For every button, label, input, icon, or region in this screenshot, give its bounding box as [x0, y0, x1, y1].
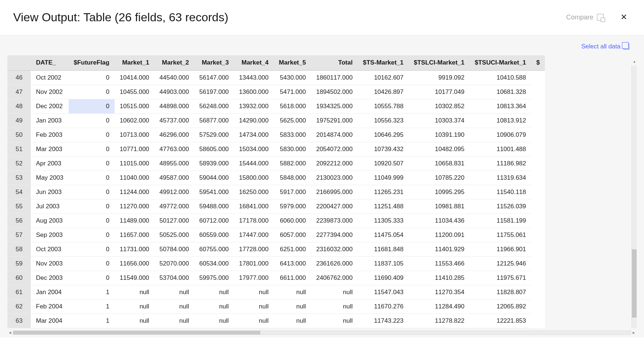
- data-cell[interactable]: 11001.488: [470, 142, 531, 157]
- data-cell[interactable]: 11657.000: [115, 228, 154, 242]
- data-cell[interactable]: Jan 2004: [31, 285, 69, 300]
- data-cell[interactable]: null: [115, 314, 154, 328]
- data-cell[interactable]: 2092212.000: [311, 157, 358, 171]
- data-cell[interactable]: 49772.000: [154, 200, 194, 214]
- data-cell[interactable]: 1860117.000: [311, 70, 358, 85]
- data-cell[interactable]: 16250.000: [234, 185, 274, 200]
- data-cell[interactable]: 10646.295: [358, 128, 409, 142]
- data-cell[interactable]: 2316032.000: [311, 242, 358, 257]
- data-cell[interactable]: 5625.000: [274, 114, 311, 128]
- data-cell[interactable]: 12065.892: [470, 300, 531, 314]
- data-cell[interactable]: 59541.000: [194, 185, 234, 200]
- table-row[interactable]: 50Feb 2003010713.00046296.00057529.00014…: [7, 128, 545, 142]
- data-cell[interactable]: 5848.000: [274, 171, 311, 185]
- data-cell[interactable]: 56197.000: [194, 85, 234, 99]
- data-cell[interactable]: 2361626.000: [311, 257, 358, 271]
- data-cell[interactable]: 5833.000: [274, 128, 311, 142]
- data-cell[interactable]: 2406762.000: [311, 271, 358, 285]
- data-cell[interactable]: 10303.374: [409, 114, 470, 128]
- data-cell[interactable]: 59488.000: [194, 200, 234, 214]
- column-header[interactable]: $TSLCI-Market_1: [409, 55, 470, 70]
- column-header[interactable]: Total: [311, 55, 358, 70]
- data-cell[interactable]: 11731.000: [115, 242, 154, 257]
- row-number-header[interactable]: [7, 55, 31, 70]
- data-cell[interactable]: 52070.000: [154, 257, 194, 271]
- data-cell[interactable]: 44903.000: [154, 85, 194, 99]
- data-cell[interactable]: 11319.634: [470, 171, 531, 185]
- data-cell[interactable]: Feb 2003: [31, 128, 69, 142]
- data-cell[interactable]: 6060.000: [274, 214, 311, 228]
- table-row[interactable]: 59Nov 2003011656.00052070.00060534.00017…: [7, 257, 545, 271]
- data-cell[interactable]: 5618.000: [274, 99, 311, 114]
- table-row[interactable]: 49Jan 2003010602.00045737.00056877.00014…: [7, 114, 545, 128]
- data-cell[interactable]: May 2003: [31, 171, 69, 185]
- data-cell[interactable]: 2166995.000: [311, 185, 358, 200]
- data-cell[interactable]: null: [115, 300, 154, 314]
- row-number-cell[interactable]: 63: [7, 314, 31, 328]
- data-cell[interactable]: 10906.079: [470, 128, 531, 142]
- data-cell[interactable]: Jan 2003: [31, 114, 69, 128]
- horizontal-scroll-thumb[interactable]: [13, 331, 260, 334]
- scroll-left-arrow-icon[interactable]: ◂: [7, 330, 13, 335]
- data-cell[interactable]: 0: [69, 142, 115, 157]
- data-cell[interactable]: 1: [69, 300, 115, 314]
- data-cell[interactable]: 11284.490: [409, 300, 470, 314]
- data-cell[interactable]: 10771.000: [115, 142, 154, 157]
- data-cell[interactable]: 11755.061: [470, 228, 531, 242]
- table-row[interactable]: 58Oct 2003011731.00050784.00060755.00017…: [7, 242, 545, 257]
- data-cell[interactable]: 15444.000: [234, 157, 274, 171]
- data-cell[interactable]: 11581.199: [470, 214, 531, 228]
- data-cell[interactable]: 60755.000: [194, 242, 234, 257]
- data-cell[interactable]: null: [274, 285, 311, 300]
- data-cell[interactable]: 11489.000: [115, 214, 154, 228]
- table-row[interactable]: 55Jul 2003011270.00049772.00059488.00016…: [7, 200, 545, 214]
- data-cell[interactable]: 56147.000: [194, 70, 234, 85]
- data-cell[interactable]: 10162.607: [358, 70, 409, 85]
- data-cell[interactable]: 1975291.000: [311, 114, 358, 128]
- row-number-cell[interactable]: 56: [7, 214, 31, 228]
- data-cell[interactable]: 13932.000: [234, 99, 274, 114]
- scroll-up-arrow-icon[interactable]: ▴: [632, 59, 637, 64]
- data-cell[interactable]: 0: [69, 242, 115, 257]
- row-number-cell[interactable]: 55: [7, 200, 31, 214]
- data-cell[interactable]: 11410.285: [409, 271, 470, 285]
- data-cell[interactable]: null: [311, 285, 358, 300]
- table-row[interactable]: 48Dec 2002010515.00044898.00056248.00013…: [7, 99, 545, 114]
- data-cell[interactable]: 14290.000: [234, 114, 274, 128]
- data-cell[interactable]: 11690.409: [358, 271, 409, 285]
- data-cell[interactable]: 10785.220: [409, 171, 470, 185]
- data-cell[interactable]: 0: [69, 257, 115, 271]
- data-cell[interactable]: Mar 2003: [31, 142, 69, 157]
- data-cell[interactable]: null: [274, 300, 311, 314]
- data-cell[interactable]: Mar 2004: [31, 314, 69, 328]
- data-cell[interactable]: 15800.000: [234, 171, 274, 185]
- data-cell[interactable]: null: [154, 314, 194, 328]
- vertical-scroll-thumb[interactable]: [632, 249, 637, 318]
- data-cell[interactable]: 10556.323: [358, 114, 409, 128]
- data-cell[interactable]: 10602.000: [115, 114, 154, 128]
- horizontal-scrollbar[interactable]: ◂ ▸: [0, 328, 644, 337]
- data-cell[interactable]: 44898.000: [154, 99, 194, 114]
- data-cell[interactable]: 0: [69, 99, 115, 114]
- column-header[interactable]: Market_1: [115, 55, 154, 70]
- row-number-cell[interactable]: 60: [7, 271, 31, 285]
- data-cell[interactable]: 11681.848: [358, 242, 409, 257]
- data-cell[interactable]: 44540.000: [154, 70, 194, 85]
- data-cell[interactable]: 10177.049: [409, 85, 470, 99]
- data-cell[interactable]: 5830.000: [274, 142, 311, 157]
- data-cell[interactable]: 0: [69, 171, 115, 185]
- data-cell[interactable]: 10426.897: [358, 85, 409, 99]
- data-cell[interactable]: 11475.054: [358, 228, 409, 242]
- data-cell[interactable]: Oct 2003: [31, 242, 69, 257]
- row-number-cell[interactable]: 52: [7, 157, 31, 171]
- data-cell[interactable]: 46296.000: [154, 128, 194, 142]
- data-cell[interactable]: null: [194, 314, 234, 328]
- table-row[interactable]: 60Dec 2003011549.00053704.00059975.00017…: [7, 271, 545, 285]
- data-cell[interactable]: 1: [69, 314, 115, 328]
- data-cell[interactable]: 11040.000: [115, 171, 154, 185]
- row-number-cell[interactable]: 51: [7, 142, 31, 157]
- data-cell[interactable]: 10813.912: [470, 114, 531, 128]
- data-cell[interactable]: Oct 2002: [31, 70, 69, 85]
- table-row[interactable]: 52Apr 2003011015.00048955.00058939.00015…: [7, 157, 545, 171]
- data-cell[interactable]: 57529.000: [194, 128, 234, 142]
